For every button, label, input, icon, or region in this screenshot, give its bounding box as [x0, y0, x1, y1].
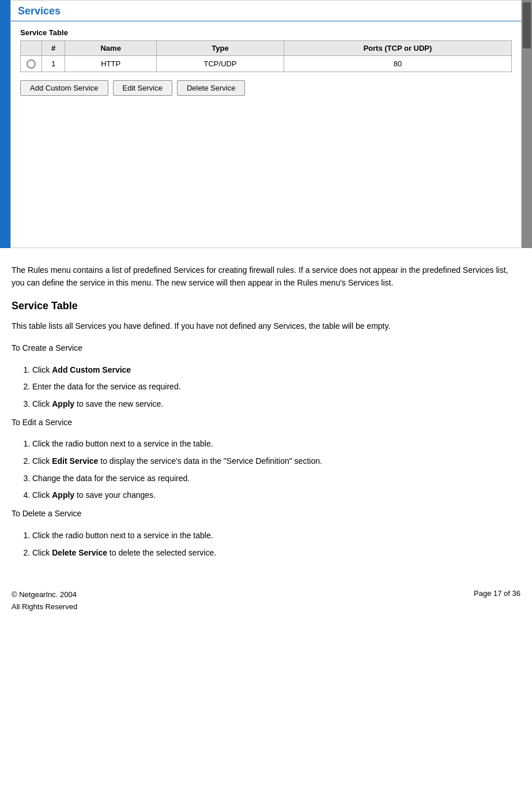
delete-heading: To Delete a Service [12, 508, 520, 520]
delete-step-2: Click Delete Service to delete the selec… [32, 547, 520, 560]
col-number: # [42, 41, 65, 56]
create-step-3-bold: Apply [52, 399, 74, 408]
delete-steps-list: Click the radio button next to a service… [32, 530, 520, 559]
create-steps-list: Click Add Custom Service Enter the data … [32, 364, 520, 411]
table-row: 1 HTTP TCP/UDP 80 [21, 56, 512, 72]
edit-step-4: Click Apply to save your changes. [32, 489, 520, 502]
edit-step-4-bold: Apply [52, 490, 74, 500]
edit-step-3: Change the data for the service as requi… [32, 472, 520, 485]
create-step-3: Click Apply to save the new service. [32, 398, 520, 411]
edit-step-2: Click Edit Service to display the servic… [32, 455, 520, 468]
row-radio-button[interactable] [27, 59, 36, 69]
edit-step-1: Click the radio button next to a service… [32, 438, 520, 451]
row-radio-cell[interactable] [21, 56, 42, 72]
delete-step-1: Click the radio button next to a service… [32, 530, 520, 542]
panel-content: Service Table # Name Type Ports (TCP or … [11, 21, 521, 103]
top-section: Services Service Table # Name Type Ports… [0, 0, 532, 248]
footer-copyright: © NetgearInc. 2004 All Rights Reserved [12, 589, 77, 613]
row-name: HTTP [65, 56, 157, 72]
edit-heading: To Edit a Service [12, 417, 520, 429]
col-type: Type [157, 41, 284, 56]
edit-step-2-bold: Edit Service [52, 456, 98, 466]
row-type: TCP/UDP [157, 56, 284, 72]
row-number: 1 [42, 56, 65, 72]
row-ports: 80 [284, 56, 511, 72]
service-table-label: Service Table [20, 28, 512, 37]
create-heading: To Create a Service [12, 342, 520, 355]
services-title: Services [11, 1, 521, 21]
col-ports: Ports (TCP or UDP) [284, 41, 511, 56]
copyright-line1: © NetgearInc. 2004 [12, 589, 77, 601]
left-accent-bar [0, 0, 10, 248]
create-step-1-bold: Add Custom Service [52, 365, 131, 374]
action-button-row: Add Custom Service Edit Service Delete S… [20, 80, 512, 96]
section-intro: This table lists all Services you have d… [12, 320, 520, 333]
main-panel: Services Service Table # Name Type Ports… [10, 0, 522, 248]
create-step-2: Enter the data for the service as requir… [32, 381, 520, 393]
copyright-line2: All Rights Reserved [12, 601, 77, 613]
description-section: The Rules menu contains a list of predef… [0, 248, 532, 571]
intro-paragraph: The Rules menu contains a list of predef… [12, 264, 520, 289]
add-custom-service-button[interactable]: Add Custom Service [20, 80, 108, 96]
service-table: # Name Type Ports (TCP or UDP) 1 HTTP TC… [20, 40, 512, 72]
col-select [21, 41, 42, 56]
create-step-1: Click Add Custom Service [32, 364, 520, 377]
footer: © NetgearInc. 2004 All Rights Reserved P… [0, 582, 532, 620]
footer-page: Page 17 of 36 [474, 589, 520, 613]
scrollbar-thumb[interactable] [523, 2, 531, 48]
edit-steps-list: Click the radio button next to a service… [32, 438, 520, 502]
scrollbar[interactable] [522, 0, 532, 248]
delete-step-2-bold: Delete Service [52, 548, 107, 557]
col-name: Name [65, 41, 157, 56]
section-heading: Service Table [12, 298, 520, 314]
edit-service-button[interactable]: Edit Service [113, 80, 172, 96]
delete-service-button[interactable]: Delete Service [177, 80, 246, 96]
